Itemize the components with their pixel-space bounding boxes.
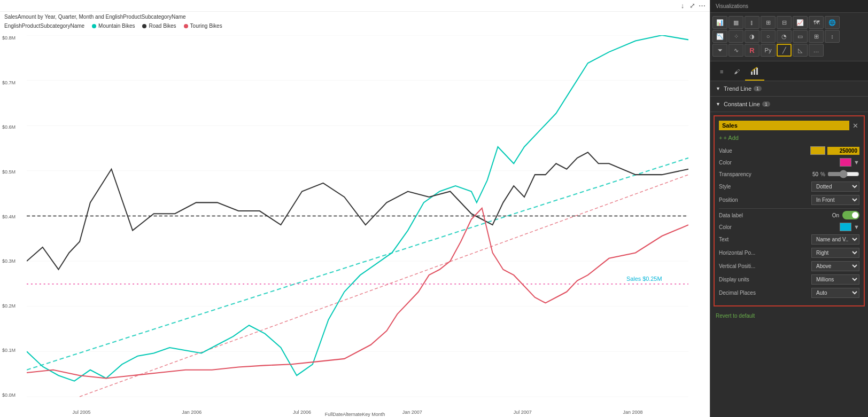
viz-btn-waterfall[interactable]: ↕ (825, 30, 840, 43)
visualizations-header: Visualizations (710, 0, 868, 13)
vertical-pos-select[interactable]: Above Below (811, 261, 859, 271)
chart-area: ↓ ⤢ ⋯ SalesAmount by Year, Quarter, Mont… (0, 0, 710, 417)
vertical-pos-row: Vertical Positi... Above Below (719, 261, 859, 271)
legend-category-label: EnglishProductSubcategoryName (4, 23, 84, 29)
constant-line-add-button[interactable]: + + Add (719, 133, 739, 142)
data-label-row: Data label On (719, 211, 859, 219)
legend-item-touring: Touring Bikes (184, 23, 222, 29)
y-label: $0.6M (2, 124, 15, 130)
viz-btn-ribbon[interactable]: ∿ (728, 44, 743, 57)
trend-line-badge: 1 (754, 86, 762, 91)
download-button[interactable]: ↓ (678, 1, 687, 11)
value-color-swatch[interactable] (810, 146, 825, 155)
data-label-toggle-circle[interactable] (842, 211, 859, 219)
position-select[interactable]: In Front Behind (811, 195, 859, 205)
y-label: $0.2M (2, 303, 15, 309)
text-row: Text Name and V... Name Value (719, 234, 859, 245)
y-label: $0.5M (2, 169, 15, 175)
data-label-color-row: Color ▼ (719, 223, 859, 231)
legend-label-touring: Touring Bikes (190, 23, 222, 29)
x-axis-title: FullDateAlternateKey Month (325, 412, 385, 417)
viz-btn-scatter[interactable]: ⁘ (728, 30, 743, 43)
x-label: Jan 2006 (182, 410, 201, 415)
viz-btn-donut[interactable]: ○ (761, 30, 776, 43)
value-input[interactable] (827, 147, 859, 155)
right-panel: Visualizations 📊 ▦ ⫿ ⊞ ⊟ 📈 🗺 🌐 📉 ⁘ ◑ ○ ◔… (710, 0, 868, 417)
viz-btn-matrix[interactable]: ⊞ (809, 30, 824, 43)
y-label: $0.3M (2, 258, 15, 264)
position-row: Position In Front Behind (719, 195, 859, 205)
y-label: $0.7M (2, 80, 15, 85)
viz-btn-gauge[interactable]: ◔ (777, 30, 792, 43)
svg-line-12 (27, 158, 688, 370)
fullscreen-button[interactable]: ⤢ (687, 1, 697, 11)
svg-text:Sales $0.25M: Sales $0.25M (626, 275, 662, 281)
vertical-pos-label: Vertical Positi... (719, 263, 783, 269)
horizontal-pos-label: Horizontal Po... (719, 250, 783, 256)
analytics-icon (750, 67, 759, 76)
viz-btn-stacked-bar[interactable]: ▦ (728, 16, 743, 29)
viz-btn-clustered-bar[interactable]: ⫿ (745, 16, 759, 29)
viz-btn-table[interactable]: ⊟ (777, 16, 792, 29)
viz-btn-bar[interactable]: 📊 (712, 16, 727, 29)
transparency-slider[interactable] (827, 170, 859, 178)
value-label: Value (719, 148, 783, 154)
add-label: + Add (723, 135, 738, 141)
dl-color-dropdown[interactable]: ▼ (854, 224, 859, 230)
data-label-toggle: On (832, 211, 859, 219)
trend-line-section-header[interactable]: ▼ Trend Line 1 (710, 81, 868, 97)
y-label: $0.4M (2, 214, 15, 219)
viz-btn-py-visual[interactable]: Py (761, 44, 776, 57)
panel-content: ▼ Trend Line 1 ▼ Constant Line 1 ✕ + + A… (710, 81, 868, 417)
x-label: Jul 2005 (72, 410, 90, 415)
constant-line-badge: 1 (762, 101, 770, 107)
viz-btn-treemap[interactable]: ⊞ (761, 16, 776, 29)
viz-btn-r-visual[interactable]: R (745, 44, 759, 57)
viz-btn-map[interactable]: 🗺 (809, 16, 824, 29)
viz-btn-card[interactable]: ▭ (793, 30, 808, 43)
style-select[interactable]: Dotted Solid Dashed (811, 182, 859, 192)
y-axis-labels: $0.8M $0.7M $0.6M $0.5M $0.4M $0.3M $0.2… (2, 35, 15, 398)
viz-btn-more[interactable]: … (809, 44, 824, 57)
transparency-pct: % (820, 171, 825, 177)
text-select[interactable]: Name and V... Name Value (811, 234, 859, 245)
display-units-select[interactable]: Millions Thousands Auto None (811, 274, 859, 285)
color-dropdown-arrow[interactable]: ▼ (854, 159, 859, 166)
data-label-color-label: Color (719, 224, 783, 230)
tab-fields[interactable]: ≡ (715, 64, 728, 81)
viz-btn-pie[interactable]: ◑ (745, 30, 759, 43)
viz-btn-filled-map[interactable]: 🌐 (825, 16, 840, 29)
viz-btn-funnel[interactable]: ⏷ (712, 44, 727, 57)
viz-icons-section: 📊 ▦ ⫿ ⊞ ⊟ 📈 🗺 🌐 📉 ⁘ ◑ ○ ◔ ▭ ⊞ ↕ ⏷ ∿ R Py… (710, 13, 868, 61)
legend-dot-mountain (92, 24, 96, 28)
constant-line-close-button[interactable]: ✕ (851, 122, 859, 130)
fields-icon: ≡ (720, 68, 723, 75)
display-units-label: Display units (719, 277, 783, 282)
legend-dot-touring (184, 24, 188, 28)
transparency-value: 50 (812, 171, 818, 177)
svg-rect-15 (754, 69, 755, 75)
viz-btn-area[interactable]: ◺ (793, 44, 808, 57)
viz-btn-line[interactable]: ╱ (777, 44, 792, 57)
constant-line-name-input[interactable] (719, 121, 849, 130)
revert-button[interactable]: Revert to default (710, 310, 868, 322)
color-swatch-pink[interactable] (840, 158, 851, 167)
y-label: $0.0M (2, 392, 15, 398)
constant-line-section-header[interactable]: ▼ Constant Line 1 (710, 97, 868, 112)
viz-btn-kpi[interactable]: 📈 (793, 16, 808, 29)
viz-row-3: ⏷ ∿ R Py ╱ ◺ … (712, 44, 866, 57)
panel-tabs: ≡ 🖌 (710, 61, 868, 81)
chart-svg: Sales $0.25M (27, 35, 688, 398)
decimal-places-select[interactable]: Auto 0 1 2 (811, 288, 859, 298)
x-label: Jul 2007 (514, 410, 532, 415)
legend-label-mountain: Mountain Bikes (98, 23, 135, 29)
more-options-button[interactable]: ⋯ (697, 1, 707, 11)
y-label: $0.8M (2, 35, 15, 41)
tab-analytics[interactable] (745, 64, 764, 81)
tab-format[interactable]: 🖌 (728, 64, 745, 81)
horizontal-pos-row: Horizontal Po... Right Left Center (719, 248, 859, 258)
value-row: Value (719, 146, 859, 155)
horizontal-pos-select[interactable]: Right Left Center (811, 248, 859, 258)
color-swatch-teal[interactable] (840, 223, 851, 231)
viz-btn-line-clustered[interactable]: 📉 (712, 30, 727, 43)
